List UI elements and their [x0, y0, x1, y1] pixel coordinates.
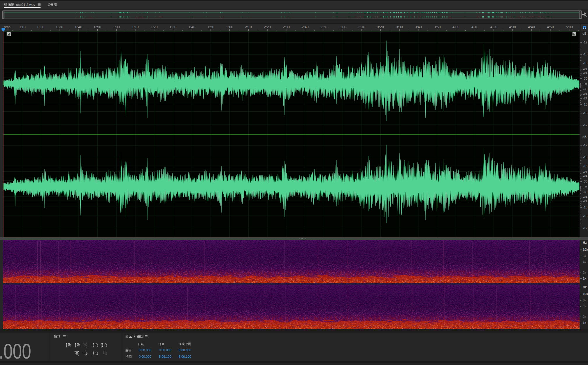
svg-text:- ∞: - ∞ — [583, 185, 587, 188]
svg-text:-15: -15 — [583, 52, 587, 56]
svg-text:-18: -18 — [583, 61, 587, 65]
svg-text:0:30: 0:30 — [56, 25, 63, 29]
svg-text:4:20: 4:20 — [490, 25, 497, 29]
svg-text:1:00: 1:00 — [113, 25, 120, 29]
svg-text:1k: 1k — [583, 277, 587, 280]
svg-text:: usb01-2.wav: : usb01-2.wav — [14, 3, 35, 6]
svg-text:2:50: 2:50 — [320, 25, 327, 29]
svg-text:0:00.000: 0:00.000 — [139, 355, 151, 358]
svg-text:2:20: 2:20 — [264, 25, 271, 29]
svg-text:-12: -12 — [583, 143, 587, 147]
svg-text:0:00.000: 0:00.000 — [159, 348, 171, 352]
svg-text:6k: 6k — [583, 254, 586, 258]
svg-text:-30: -30 — [583, 77, 587, 80]
svg-text:-15: -15 — [583, 214, 587, 218]
svg-text:2:30: 2:30 — [283, 25, 290, 29]
svg-text:4k: 4k — [583, 305, 586, 308]
svg-text:dB: dB — [582, 135, 587, 138]
svg-text:-15: -15 — [583, 155, 587, 159]
svg-text:-21: -21 — [583, 199, 587, 203]
svg-text:2:40: 2:40 — [302, 25, 309, 29]
svg-text:-30: -30 — [583, 190, 587, 194]
svg-text:-24: -24 — [583, 174, 587, 178]
svg-text:0:20: 0:20 — [37, 25, 44, 29]
svg-text:-18: -18 — [583, 164, 587, 168]
svg-text:Hz: Hz — [583, 285, 587, 289]
svg-text:-18: -18 — [583, 103, 587, 106]
svg-text:4:30: 4:30 — [509, 25, 516, 29]
svg-text:3:30: 3:30 — [396, 25, 403, 29]
svg-text:-12: -12 — [583, 226, 587, 230]
svg-text:-21: -21 — [583, 96, 587, 100]
svg-text:4:40: 4:40 — [528, 25, 535, 29]
svg-text:0:40: 0:40 — [75, 25, 82, 29]
svg-text:-30: -30 — [583, 87, 587, 91]
svg-text:3:00: 3:00 — [339, 25, 346, 29]
svg-text:4:00: 4:00 — [452, 25, 459, 29]
svg-text:- ∞: - ∞ — [583, 82, 587, 85]
svg-text:-24: -24 — [583, 92, 587, 96]
svg-text:dB: dB — [582, 32, 587, 35]
svg-text:10k: 10k — [583, 248, 588, 251]
svg-text:-12: -12 — [583, 123, 587, 127]
svg-text:-30: -30 — [583, 180, 587, 183]
svg-text:2:10: 2:10 — [245, 25, 252, 29]
svg-text:-12: -12 — [583, 41, 587, 44]
svg-text:1:40: 1:40 — [188, 25, 195, 29]
svg-text:-21: -21 — [583, 170, 587, 174]
svg-text:6k: 6k — [583, 299, 586, 302]
svg-text:0:10: 0:10 — [19, 25, 26, 29]
svg-text:5:06.100: 5:06.100 — [179, 355, 191, 358]
svg-text:4k: 4k — [583, 260, 586, 264]
svg-text:-24: -24 — [583, 71, 587, 75]
svg-text:3:20: 3:20 — [377, 25, 384, 29]
svg-text:0:00.000: 0:00.000 — [139, 348, 151, 352]
svg-text:2k: 2k — [583, 315, 586, 318]
svg-text:2k: 2k — [583, 271, 586, 274]
svg-text:10k: 10k — [583, 292, 588, 296]
svg-text:4:50: 4:50 — [547, 25, 554, 29]
svg-text:3:10: 3:10 — [358, 25, 365, 29]
svg-text:1k: 1k — [583, 321, 587, 324]
svg-text:4:10: 4:10 — [471, 25, 478, 29]
svg-text:0:00.000: 0:00.000 — [179, 348, 191, 352]
svg-text:1:20: 1:20 — [151, 25, 158, 29]
svg-text:3:50: 3:50 — [434, 25, 441, 29]
svg-text:1:30: 1:30 — [169, 25, 176, 29]
svg-text:2:00: 2:00 — [226, 25, 233, 29]
svg-text:-15: -15 — [583, 111, 587, 115]
svg-text:0:50: 0:50 — [94, 25, 101, 29]
svg-text:Hz: Hz — [583, 241, 587, 244]
svg-text:-24: -24 — [583, 195, 587, 199]
svg-text:-21: -21 — [583, 67, 587, 71]
svg-text:5:00: 5:00 — [566, 25, 573, 29]
svg-text:3:40: 3:40 — [415, 25, 422, 29]
svg-text:5:06.100: 5:06.100 — [159, 355, 171, 358]
svg-text:1:50: 1:50 — [207, 25, 214, 29]
svg-text:-18: -18 — [583, 206, 587, 209]
svg-text:.000: .000 — [0, 339, 31, 363]
svg-text:1:10: 1:10 — [132, 25, 139, 29]
